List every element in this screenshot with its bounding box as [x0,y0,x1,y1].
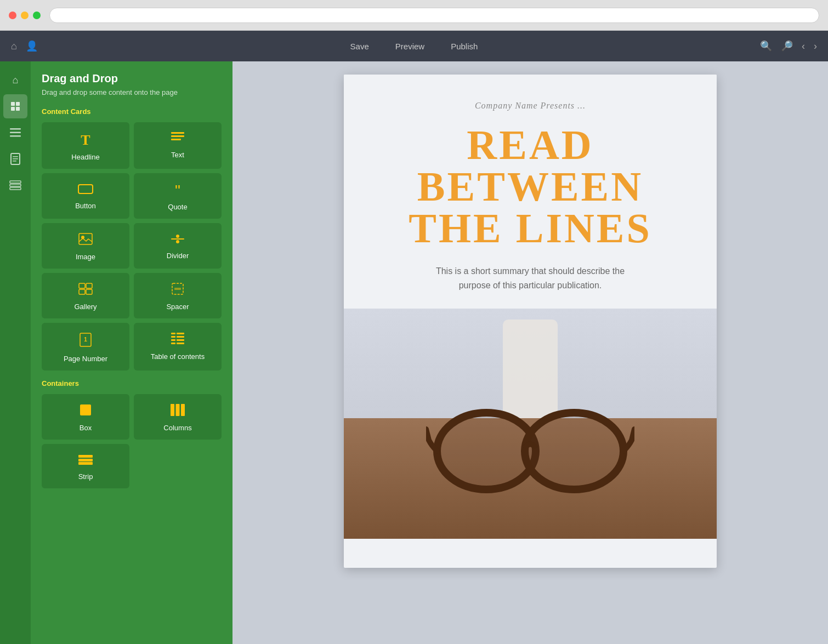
svg-rect-9 [13,158,18,159]
headline-icon: T [81,132,90,149]
svg-rect-2 [11,107,15,111]
quote-icon: " [175,183,180,198]
svg-rect-24 [86,283,92,288]
browser-chrome [0,0,828,31]
svg-rect-32 [177,333,184,334]
button-icon [78,183,93,197]
gallery-icon [78,283,93,298]
svg-rect-33 [171,336,175,338]
svg-text:1: 1 [84,337,87,343]
svg-rect-25 [79,289,85,294]
page-number-label: Page Number [64,355,107,363]
button-label: Button [75,202,96,210]
sidebar-page-icon[interactable] [3,147,27,171]
gallery-card[interactable]: Gallery [42,273,129,318]
svg-rect-21 [171,238,184,240]
maximize-button[interactable] [33,12,41,19]
svg-rect-11 [10,181,21,183]
pub-title-line3: THE LINES [366,207,695,249]
toolbar: ⌂ 👤 Save Preview Publish 🔍 🔎 ‹ › [0,31,828,61]
svg-rect-28 [174,288,181,290]
image-card[interactable]: Image [42,223,129,269]
spacer-label: Spacer [166,303,189,311]
svg-rect-35 [171,339,175,341]
user-toolbar-icon[interactable]: 👤 [26,40,38,52]
svg-rect-12 [10,184,21,186]
zoom-in-icon[interactable]: 🔎 [781,40,793,52]
content-cards-grid: T Headline Text [42,122,222,371]
text-card[interactable]: Text [134,122,222,169]
svg-rect-0 [11,102,15,106]
svg-rect-31 [171,333,175,334]
sidebar-home-icon[interactable]: ⌂ [3,68,27,92]
navigate-back-icon[interactable]: ‹ [802,41,805,52]
svg-rect-1 [16,102,20,106]
svg-rect-4 [10,128,21,130]
toc-label: Table of contents [151,352,205,361]
svg-point-22 [176,240,179,243]
dnd-panel: Drag and Drop Drag and drop some content… [31,61,232,644]
svg-rect-34 [177,336,184,338]
svg-rect-44 [78,459,93,461]
page-number-icon: 1 [80,333,92,350]
svg-rect-39 [80,404,91,415]
svg-rect-5 [10,132,21,134]
columns-icon [171,404,185,419]
text-icon [171,132,184,146]
page-number-card[interactable]: 1 Page Number [42,323,129,371]
text-label: Text [171,151,184,159]
quote-card[interactable]: " Quote [134,173,222,219]
address-bar[interactable] [49,8,819,23]
pub-title-line1: READ [366,124,695,166]
containers-section: Containers Box [42,379,222,488]
app: ⌂ 👤 Save Preview Publish 🔍 🔎 ‹ › ⌂ [0,31,828,644]
content-cards-label: Content Cards [42,107,222,116]
publish-button[interactable]: Publish [446,39,482,53]
icon-sidebar: ⌂ [0,61,31,644]
navigate-forward-icon[interactable]: › [814,41,817,52]
box-icon [80,404,92,419]
svg-rect-23 [79,283,85,288]
svg-rect-43 [78,455,93,458]
svg-rect-36 [177,339,184,341]
pub-summary: This is a short summary that should desc… [421,264,640,292]
divider-label: Divider [167,252,189,260]
spacer-icon [172,283,184,298]
minimize-button[interactable] [21,12,29,19]
strip-card[interactable]: Strip [42,444,129,488]
toc-card[interactable]: Table of contents [134,323,222,371]
svg-rect-41 [176,404,180,416]
panel-title: Drag and Drop [42,72,222,85]
toolbar-right: 🔍 🔎 ‹ › [760,40,817,52]
headline-card[interactable]: T Headline [42,122,129,169]
sidebar-widget-icon[interactable] [3,94,27,118]
zoom-out-icon[interactable]: 🔍 [760,40,772,52]
svg-rect-8 [13,156,18,157]
publication: Company Name Presents ... READ BETWEEN T… [344,75,717,568]
close-button[interactable] [9,12,16,19]
sidebar-hamburger-icon[interactable] [3,121,27,145]
svg-rect-37 [171,343,175,344]
toc-icon [171,333,184,348]
button-card[interactable]: Button [42,173,129,219]
pub-header: Company Name Presents ... READ BETWEEN T… [344,75,717,309]
columns-card[interactable]: Columns [134,394,222,440]
containers-grid: Box Columns [42,394,222,488]
divider-icon [171,233,184,247]
save-button[interactable]: Save [346,39,373,53]
containers-label: Containers [42,379,222,387]
preview-area: Company Name Presents ... READ BETWEEN T… [232,61,828,644]
svg-rect-3 [16,107,20,111]
home-toolbar-icon[interactable]: ⌂ [11,41,17,52]
sidebar-layers-icon[interactable] [3,173,27,197]
svg-rect-16 [171,139,181,140]
svg-rect-42 [181,404,185,416]
image-label: Image [76,253,95,261]
image-icon [78,233,93,248]
box-card[interactable]: Box [42,394,129,440]
preview-button[interactable]: Preview [391,39,429,53]
spacer-card[interactable]: Spacer [134,273,222,318]
headline-label: Headline [71,153,99,161]
svg-rect-10 [13,161,16,162]
divider-card[interactable]: Divider [134,223,222,269]
